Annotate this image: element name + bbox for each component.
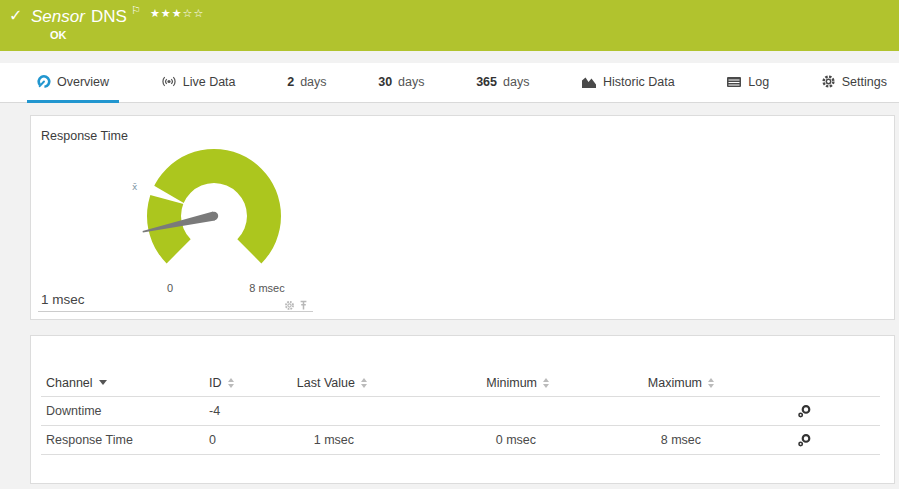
priority-stars[interactable]: ★★★☆☆ [150,7,204,20]
tab-live-data[interactable]: Live Data [151,63,246,103]
column-header-maximum[interactable]: Maximum [549,376,714,390]
sensor-word: Sensor [31,7,85,26]
status-badge: OK [50,29,67,41]
table-row-response-time[interactable]: Response Time 0 1 msec 0 msec 8 msec [41,426,880,455]
page-title: SensorDNS [31,7,127,27]
sort-desc-icon [99,380,107,385]
tab-30-days[interactable]: 30 days [368,63,434,103]
gauge-current-value: 1 msec [41,292,85,307]
tab-bar: Overview Live Data 2 days 30 days 365 da… [0,63,899,103]
table-header-row: Channel ID Last Value Minimum Maximum [41,369,880,397]
sort-icons [228,378,234,388]
tab-number: 2 [287,75,294,89]
channels-table: Channel ID Last Value Minimum Maximum [41,369,880,455]
tab-settings[interactable]: Settings [811,63,897,103]
column-header-channel[interactable]: Channel [41,376,209,390]
edit-channel-gears-icon[interactable] [797,433,812,448]
cell-channel: Response Time [41,433,209,447]
cell-minimum: 0 msec [367,433,549,447]
column-label: Maximum [648,376,702,390]
tab-2-days[interactable]: 2 days [277,63,336,103]
broadcast-icon [161,74,177,89]
status-ok-check-icon: ✓ [9,6,22,25]
gauge-icon [37,74,51,89]
tab-label: Overview [57,75,109,89]
gauge-arc [147,149,281,263]
gauge-separator-line [38,311,313,312]
gauge-scale-max-label: 8 msec [237,282,297,294]
average-marker-symbol: x̄ [132,182,137,192]
tab-label: days [300,75,326,89]
column-header-minimum[interactable]: Minimum [367,376,549,390]
tab-label: Historic Data [603,75,675,89]
tab-label: Settings [842,75,887,89]
table-row-downtime[interactable]: Downtime -4 [41,397,880,426]
column-label: Channel [46,376,93,390]
gauge-pin-icon[interactable] [298,300,309,311]
sensor-status-header: ✓ SensorDNS ⚐ ★★★☆☆ OK [0,0,899,51]
cell-last-value: 1 msec [267,433,367,447]
sensor-name: DNS [91,7,127,26]
log-icon [726,75,742,89]
area-chart-icon [581,75,597,89]
column-header-last-value[interactable]: Last Value [267,376,367,390]
tab-365-days[interactable]: 365 days [466,63,539,103]
prtg-sensor-page: { "colors": { "green_header": "#b1c32e",… [0,0,899,489]
tab-label: days [503,75,529,89]
tab-label: Log [748,75,769,89]
cell-id: 0 [209,433,267,447]
cell-id: -4 [209,404,267,418]
priority-flag-icon: ⚐ [131,4,141,17]
gauge-settings-gear-icon[interactable] [284,300,295,311]
cell-maximum: 8 msec [549,433,714,447]
column-label: Last Value [297,376,355,390]
sort-icons [708,378,714,388]
column-header-id[interactable]: ID [209,376,267,390]
tab-number: 30 [378,75,392,89]
response-time-gauge-panel: Response Time x̄ 0 8 msec 1 msec [30,115,895,320]
gauge-scale-min-label: 0 [158,282,182,294]
cell-channel: Downtime [41,404,209,418]
edit-channel-gears-icon[interactable] [797,404,812,419]
column-label: ID [209,376,222,390]
tab-label: Live Data [183,75,236,89]
tab-log[interactable]: Log [716,63,779,103]
tab-number: 365 [476,75,497,89]
tab-historic-data[interactable]: Historic Data [571,63,685,103]
gear-icon [821,74,836,89]
tab-label: days [398,75,424,89]
column-label: Minimum [486,376,537,390]
tab-overview[interactable]: Overview [27,63,119,103]
channels-table-panel: Channel ID Last Value Minimum Maximum [30,335,895,484]
